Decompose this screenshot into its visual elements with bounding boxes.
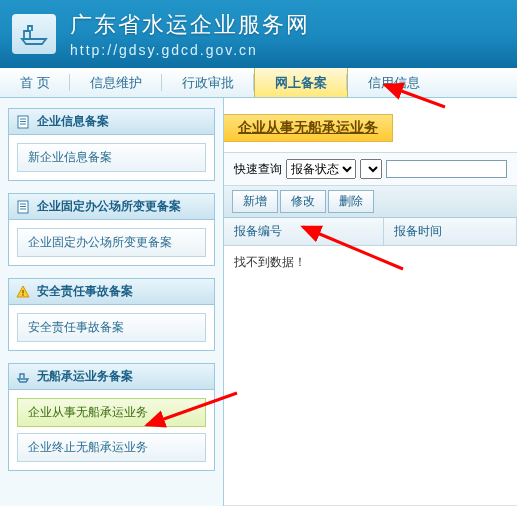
panel-body: 企业固定办公场所变更备案	[9, 220, 214, 265]
col-report-time[interactable]: 报备时间	[384, 218, 517, 245]
query-op-select[interactable]	[360, 159, 382, 179]
sidebar-link[interactable]: 企业从事无船承运业务	[17, 398, 206, 427]
sidebar: 企业信息备案新企业信息备案企业固定办公场所变更备案企业固定办公场所变更备案安全责…	[0, 98, 224, 506]
nav-item[interactable]: 信用信息	[348, 68, 440, 97]
panel-header[interactable]: 无船承运业务备案	[9, 364, 214, 390]
nav-item[interactable]: 信息维护	[70, 68, 162, 97]
nav-item[interactable]: 网上备案	[254, 68, 348, 97]
header: 广东省水运企业服务网 http://gdsy.gdcd.gov.cn	[0, 0, 517, 68]
query-label: 快速查询	[234, 161, 282, 178]
sidebar-link[interactable]: 新企业信息备案	[17, 143, 206, 172]
panel-title: 企业信息备案	[37, 113, 109, 130]
panel-header[interactable]: 企业信息备案	[9, 109, 214, 135]
query-field-select[interactable]: 报备状态	[286, 159, 356, 179]
panel-header[interactable]: 安全责任事故备案	[9, 279, 214, 305]
sidebar-panel: 安全责任事故备案安全责任事故备案	[8, 278, 215, 351]
svg-rect-8	[22, 290, 23, 294]
grid-header: 报备编号 报备时间	[224, 218, 517, 246]
panel-title: 安全责任事故备案	[37, 283, 133, 300]
sidebar-link[interactable]: 企业固定办公场所变更备案	[17, 228, 206, 257]
doc-icon	[15, 114, 31, 130]
nav-item[interactable]: 首 页	[0, 68, 70, 97]
main-content: 企业从事无船承运业务 快速查询 报备状态 新增 修改 删除 报备编号 报备时间 …	[224, 98, 517, 506]
panel-title: 无船承运业务备案	[37, 368, 133, 385]
panel-body: 企业从事无船承运业务企业终止无船承运业务	[9, 390, 214, 470]
col-report-number[interactable]: 报备编号	[224, 218, 384, 245]
logo	[12, 14, 56, 54]
doc-icon	[15, 199, 31, 215]
sidebar-link[interactable]: 企业终止无船承运业务	[17, 433, 206, 462]
sidebar-panel: 企业信息备案新企业信息备案	[8, 108, 215, 181]
nav-item[interactable]: 行政审批	[162, 68, 254, 97]
panel-header[interactable]: 企业固定办公场所变更备案	[9, 194, 214, 220]
site-url: http://gdsy.gdcd.gov.cn	[70, 42, 310, 58]
content-title-bar: 企业从事无船承运业务	[224, 114, 517, 142]
panel-body: 新企业信息备案	[9, 135, 214, 180]
panel-title: 企业固定办公场所变更备案	[37, 198, 181, 215]
query-bar: 快速查询 报备状态	[224, 152, 517, 186]
action-toolbar: 新增 修改 删除	[224, 186, 517, 218]
ship-icon	[15, 369, 31, 385]
warn-icon	[15, 284, 31, 300]
delete-button[interactable]: 删除	[328, 190, 374, 213]
sidebar-panel: 无船承运业务备案企业从事无船承运业务企业终止无船承运业务	[8, 363, 215, 471]
main-nav: 首 页信息维护行政审批网上备案信用信息	[0, 68, 517, 98]
sidebar-panel: 企业固定办公场所变更备案企业固定办公场所变更备案	[8, 193, 215, 266]
query-input[interactable]	[386, 160, 507, 178]
panel-body: 安全责任事故备案	[9, 305, 214, 350]
content-title: 企业从事无船承运业务	[224, 114, 393, 142]
sidebar-link[interactable]: 安全责任事故备案	[17, 313, 206, 342]
add-button[interactable]: 新增	[232, 190, 278, 213]
svg-rect-9	[22, 294, 23, 295]
edit-button[interactable]: 修改	[280, 190, 326, 213]
grid-empty-message: 找不到数据！	[224, 246, 517, 506]
site-title: 广东省水运企业服务网	[70, 10, 310, 40]
